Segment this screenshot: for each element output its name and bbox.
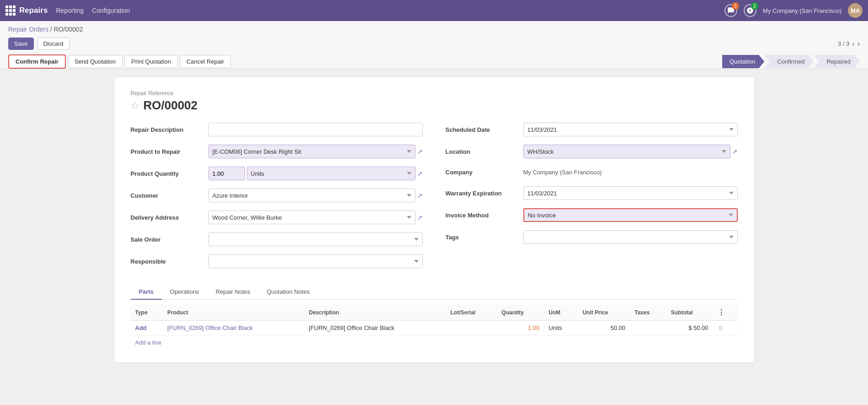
warranty-expiration-select[interactable]: 11/03/2021 <box>523 186 738 200</box>
tab-quotation-notes[interactable]: Quotation Notes <box>259 285 318 300</box>
tab-parts[interactable]: Parts <box>131 285 162 300</box>
customer-label: Customer <box>131 192 204 199</box>
add-line-button[interactable]: Add a line <box>131 335 166 350</box>
repair-ref-number: RO/00002 <box>144 98 198 113</box>
favorite-star-icon[interactable]: ☆ <box>131 100 140 112</box>
product-quantity-row: Product Quantity Units ➚ <box>131 167 423 180</box>
col-lot-serial: Lot/Serial <box>446 304 497 321</box>
product-quantity-unit-select[interactable]: Units <box>247 167 415 180</box>
col-type: Type <box>131 304 163 321</box>
location-select[interactable]: WH/Stock <box>523 145 730 158</box>
warranty-expiration-row: Warranty Expiration 11/03/2021 <box>446 186 738 200</box>
row-unit-price: 50.00 <box>578 321 630 335</box>
top-navigation: Repairs Reporting Configuration 5 2 My C… <box>0 0 868 21</box>
col-actions: ⋮ <box>713 304 738 321</box>
status-repaired: Repaired <box>814 55 860 68</box>
grid-icon <box>5 5 16 16</box>
tabs-section: Parts Operations Repair Notes Quotation … <box>131 285 738 350</box>
nav-reporting[interactable]: Reporting <box>56 7 84 14</box>
row-lot-serial <box>446 321 497 335</box>
app-name: Repairs <box>19 6 48 15</box>
user-avatar[interactable]: MA <box>848 3 863 18</box>
tags-select[interactable] <box>523 230 738 244</box>
form-right: Scheduled Date 11/03/2021 Location WH/St… <box>446 123 738 272</box>
nav-configuration[interactable]: Configuration <box>92 7 130 14</box>
scheduled-date-label: Scheduled Date <box>446 126 519 133</box>
send-quotation-button[interactable]: Send Quotation <box>68 55 122 68</box>
status-confirmed: Confirmed <box>764 55 814 68</box>
prev-record-button[interactable]: ‹ <box>852 40 854 48</box>
messages-icon[interactable]: 5 <box>724 4 737 17</box>
save-button[interactable]: Save <box>8 38 34 50</box>
discard-button[interactable]: Discard <box>37 38 69 50</box>
location-row: Location WH/Stock ➚ <box>446 145 738 158</box>
location-ext-link[interactable]: ➚ <box>732 148 738 155</box>
activity-count: 2 <box>751 2 758 10</box>
workflow-bar: Confirm Repair Send Quotation Print Quot… <box>0 53 868 69</box>
parts-table: Type Product Description Lot/Serial Quan… <box>131 304 738 335</box>
cancel-repair-button[interactable]: Cancel Repair <box>180 55 231 68</box>
row-description: [FURN_0269] Office Chair Black <box>304 321 446 335</box>
delivery-address-ext-link[interactable]: ➚ <box>417 214 423 221</box>
breadcrumb-parent[interactable]: Repair Orders <box>8 26 48 33</box>
product-quantity-label: Product Quantity <box>131 170 204 177</box>
company-label: Company <box>446 169 519 176</box>
sale-order-select[interactable] <box>208 232 423 246</box>
product-to-repair-ext-link[interactable]: ➚ <box>417 148 423 155</box>
row-type: Add <box>131 321 163 335</box>
repair-ref-label: Repair Reference <box>131 90 738 97</box>
col-taxes: Taxes <box>630 304 666 321</box>
activity-icon[interactable]: 2 <box>744 4 756 17</box>
invoice-method-label: Invoice Method <box>446 212 519 219</box>
product-to-repair-select[interactable]: [E-COM06] Corner Desk Right Sit <box>208 145 415 158</box>
product-to-repair-label: Product to Repair <box>131 148 204 155</box>
product-to-repair-row: Product to Repair [E-COM06] Corner Desk … <box>131 145 423 158</box>
app-logo[interactable]: Repairs <box>5 5 48 16</box>
row-taxes <box>630 321 666 335</box>
warranty-expiration-label: Warranty Expiration <box>446 190 519 197</box>
tags-row: Tags <box>446 230 738 244</box>
responsible-row: Responsible <box>131 254 423 268</box>
sale-order-row: Sale Order <box>131 232 423 246</box>
repair-description-row: Repair Description <box>131 123 423 136</box>
pagination: 3 / 3 ‹ › <box>838 40 860 48</box>
scheduled-date-row: Scheduled Date 11/03/2021 <box>446 123 738 136</box>
messages-count: 5 <box>732 2 739 10</box>
quantity-unit-ext-link[interactable]: ➚ <box>417 170 423 177</box>
col-subtotal: Subtotal <box>666 304 713 321</box>
topnav-right: 5 2 My Company (San Francisco) MA <box>724 3 863 18</box>
responsible-select[interactable] <box>208 254 423 268</box>
company-row: Company My Company (San Francisco) <box>446 167 738 178</box>
company-value: My Company (San Francisco) <box>523 167 738 178</box>
tabs-header: Parts Operations Repair Notes Quotation … <box>131 285 738 300</box>
company-name: My Company (San Francisco) <box>763 7 841 14</box>
customer-ext-link[interactable]: ➚ <box>417 192 423 199</box>
confirm-repair-button[interactable]: Confirm Repair <box>8 54 66 69</box>
tab-operations[interactable]: Operations <box>162 285 208 300</box>
main-content: Repair Reference ☆ RO/00002 Repair Descr… <box>0 69 868 371</box>
delivery-address-select[interactable]: Wood Corner, Willie Burke <box>208 211 415 224</box>
delivery-address-row: Delivery Address Wood Corner, Willie Bur… <box>131 211 423 224</box>
tags-label: Tags <box>446 234 519 241</box>
row-uom: Units <box>544 321 578 335</box>
tab-repair-notes[interactable]: Repair Notes <box>208 285 259 300</box>
row-delete[interactable]: 🗑 <box>713 321 738 335</box>
status-steps: Quotation Confirmed Repaired <box>722 55 860 68</box>
scheduled-date-select[interactable]: 11/03/2021 <box>523 123 738 136</box>
next-record-button[interactable]: › <box>857 40 860 48</box>
column-options-icon[interactable]: ⋮ <box>718 308 725 316</box>
product-quantity-input[interactable] <box>208 167 245 180</box>
delete-row-icon[interactable]: 🗑 <box>718 324 724 331</box>
col-quantity: Quantity <box>497 304 544 321</box>
row-product[interactable]: [FURN_0269] Office Chair Black <box>163 321 304 335</box>
form-left: Repair Description Product to Repair [E-… <box>131 123 423 272</box>
print-quotation-button[interactable]: Print Quotation <box>124 55 178 68</box>
repair-description-input[interactable] <box>208 123 423 136</box>
responsible-label: Responsible <box>131 258 204 265</box>
customer-select[interactable]: Azure Interior <box>208 189 415 202</box>
delivery-address-label: Delivery Address <box>131 214 204 221</box>
col-uom: UoM <box>544 304 578 321</box>
col-product: Product <box>163 304 304 321</box>
invoice-method-select[interactable]: No Invoice <box>523 208 738 222</box>
invoice-method-row: Invoice Method No Invoice <box>446 208 738 222</box>
